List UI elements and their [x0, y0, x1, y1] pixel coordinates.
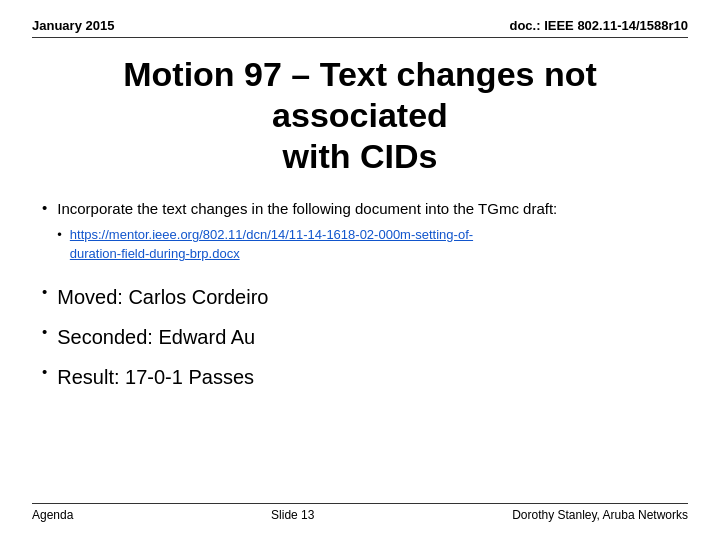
footer-agenda: Agenda — [32, 508, 73, 522]
bullet-item-1: • Incorporate the text changes in the fo… — [42, 198, 678, 264]
bullet-text-1: Incorporate the text changes in the foll… — [57, 198, 557, 264]
sub-bullet-dot-1: • — [57, 225, 62, 245]
slide-title: Motion 97 – Text changes not associated … — [32, 54, 688, 176]
sub-bullet-link-1[interactable]: https://mentor.ieee.org/802.11/dcn/14/11… — [70, 225, 473, 264]
large-bullet-text-1: Moved: Carlos Cordeiro — [57, 282, 268, 312]
content-section: • Incorporate the text changes in the fo… — [32, 198, 688, 503]
footer-slide-number: Slide 13 — [271, 508, 314, 522]
footer-author: Dorothy Stanley, Aruba Networks — [512, 508, 688, 522]
large-bullet-dot-3: • — [42, 363, 47, 380]
large-bullet-text-2: Seconded: Edward Au — [57, 322, 255, 352]
slide-footer: Agenda Slide 13 Dorothy Stanley, Aruba N… — [32, 503, 688, 522]
large-bullet-1: • Moved: Carlos Cordeiro — [42, 282, 678, 312]
large-bullet-dot-2: • — [42, 323, 47, 340]
sub-bullet-1: • https://mentor.ieee.org/802.11/dcn/14/… — [57, 225, 557, 264]
slide-header: January 2015 doc.: IEEE 802.11-14/1588r1… — [32, 18, 688, 38]
slide: January 2015 doc.: IEEE 802.11-14/1588r1… — [0, 0, 720, 540]
large-bullets-section: • Moved: Carlos Cordeiro • Seconded: Edw… — [42, 282, 678, 392]
title-section: Motion 97 – Text changes not associated … — [32, 54, 688, 176]
header-doc: doc.: IEEE 802.11-14/1588r10 — [509, 18, 688, 33]
large-bullet-text-3: Result: 17-0-1 Passes — [57, 362, 254, 392]
large-bullet-3: • Result: 17-0-1 Passes — [42, 362, 678, 392]
large-bullet-2: • Seconded: Edward Au — [42, 322, 678, 352]
large-bullet-dot-1: • — [42, 283, 47, 300]
bullet-dot-1: • — [42, 199, 47, 216]
header-date: January 2015 — [32, 18, 114, 33]
